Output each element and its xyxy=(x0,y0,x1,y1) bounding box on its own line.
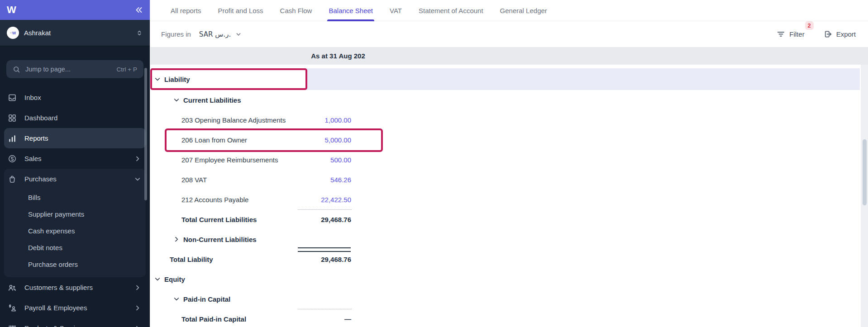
report-row-equity[interactable]: Equity xyxy=(150,269,868,289)
row-label: Equity xyxy=(164,275,185,283)
report-row-paid-in-capital[interactable]: Paid-in Capital xyxy=(150,289,868,309)
user-name: Ashrakat xyxy=(24,29,51,37)
row-amount: 29,468.76 xyxy=(283,256,351,263)
currency-select[interactable]: SAR ر.س. xyxy=(199,30,242,38)
report-row-212-accounts-payable[interactable]: 212 Accounts Payable22,422.50 xyxy=(150,190,868,209)
tab-vat[interactable]: VAT xyxy=(390,0,402,21)
row-amount[interactable]: 1,000.00 xyxy=(283,116,351,124)
row-amount[interactable]: 22,422.50 xyxy=(283,196,351,204)
report-row-total-liability: Total Liability29,468.76 xyxy=(150,249,868,269)
report-row-203-opening-balance-adjustments[interactable]: 203 Opening Balance Adjustments1,000.00 xyxy=(150,110,868,130)
chevron-right-icon xyxy=(133,155,143,162)
sidebar: W ≡W Ashrakat Jump to page... Ctrl + P I… xyxy=(0,0,150,327)
row-label: Total Current Liabilities xyxy=(181,216,257,223)
main-scrollbar-thumb[interactable] xyxy=(863,139,867,205)
sidebar-header: W xyxy=(0,0,150,20)
sidebar-item-products-services[interactable]: Products & Services xyxy=(4,318,146,327)
sales-icon xyxy=(7,154,17,163)
row-label: Total Paid-in Capital xyxy=(181,315,246,323)
sidebar-item-cash-expenses[interactable]: Cash expenses xyxy=(4,223,146,239)
filter-icon xyxy=(777,30,785,38)
sidebar-item-label: Reports xyxy=(24,134,48,142)
chevron-up-down-icon xyxy=(136,29,143,37)
report-row-total-paid-in-capital: Total Paid-in Capital— xyxy=(150,309,868,327)
search-icon xyxy=(13,66,20,73)
user-menu[interactable]: ≡W Ashrakat xyxy=(0,20,150,46)
wafeq-logo: W xyxy=(7,5,16,15)
tab-cash-flow[interactable]: Cash Flow xyxy=(280,0,312,21)
sidebar-nav: InboxDashboardReportsSalesPurchasesBills… xyxy=(0,87,150,327)
filter-label: Filter xyxy=(789,30,804,38)
report-row-207-employee-reimbursements[interactable]: 207 Employee Reimbursements500.00 xyxy=(150,150,868,170)
main-scrollbar-track[interactable] xyxy=(861,65,868,327)
currency-value: SAR ر.س. xyxy=(199,30,231,38)
dotted-rule xyxy=(298,309,352,309)
row-label: Total Liability xyxy=(170,256,213,263)
sidebar-item-debit-notes[interactable]: Debit notes xyxy=(4,239,146,256)
sidebar-item-customers-suppliers[interactable]: Customers & suppliers xyxy=(4,277,146,298)
report-rows: LiabilityCurrent Liabilities203 Opening … xyxy=(150,68,868,327)
chevron-down-icon xyxy=(173,295,180,303)
sidebar-item-sales[interactable]: Sales xyxy=(4,148,146,169)
tab-all-reports[interactable]: All reports xyxy=(171,0,201,21)
inbox-icon xyxy=(7,93,17,102)
tab-general-ledger[interactable]: General Ledger xyxy=(500,0,547,21)
row-amount[interactable]: 500.00 xyxy=(283,156,351,164)
export-icon xyxy=(824,30,832,38)
tab-balance-sheet[interactable]: Balance Sheet xyxy=(329,0,373,21)
sidebar-item-reports[interactable]: Reports xyxy=(4,128,146,148)
sidebar-item-bills[interactable]: Bills xyxy=(4,189,146,206)
row-label: 208 VAT xyxy=(181,176,207,184)
report-row-208-vat[interactable]: 208 VAT546.26 xyxy=(150,170,868,190)
sidebar-item-purchases[interactable]: Purchases xyxy=(4,169,146,189)
row-label: 207 Employee Reimbursements xyxy=(181,156,278,164)
row-amount: 29,468.76 xyxy=(283,216,351,223)
sidebar-item-payroll-employees[interactable]: Payroll & Employees xyxy=(4,298,146,318)
jump-to-page-search[interactable]: Jump to page... Ctrl + P xyxy=(6,60,143,78)
row-label: 212 Accounts Payable xyxy=(181,196,248,204)
sidebar-item-label: Sales xyxy=(24,155,42,162)
sidebar-item-supplier-payments[interactable]: Supplier payments xyxy=(4,206,146,223)
export-button[interactable]: Export xyxy=(824,30,856,38)
customers-icon xyxy=(7,283,17,292)
report-row-liability[interactable]: Liability xyxy=(150,68,860,90)
sidebar-group-purchases: PurchasesBillsSupplier paymentsCash expe… xyxy=(4,169,146,277)
figures-in-label: Figures in xyxy=(161,30,191,38)
double-rule xyxy=(298,247,351,252)
avatar: ≡W xyxy=(7,27,19,39)
chevron-right-icon xyxy=(173,236,180,243)
report-tabs: All reportsProfit and LossCash FlowBalan… xyxy=(150,0,868,21)
filter-button[interactable]: Filter 2 xyxy=(777,30,804,38)
sidebar-item-label: Products & Services xyxy=(24,324,86,327)
row-label: Current Liabilities xyxy=(183,96,241,104)
tab-statement-of-account[interactable]: Statement of Account xyxy=(419,0,483,21)
search-placeholder: Jump to page... xyxy=(25,66,71,73)
sidebar-item-label: Dashboard xyxy=(24,114,57,122)
sidebar-item-dashboard[interactable]: Dashboard xyxy=(4,108,146,128)
tab-profit-and-loss[interactable]: Profit and Loss xyxy=(218,0,263,21)
reports-icon xyxy=(7,134,17,143)
row-amount[interactable]: 5,000.00 xyxy=(283,136,351,144)
report-row-non-current-liabilities[interactable]: Non-Current Liabilities xyxy=(150,229,868,249)
sidebar-item-purchase-orders[interactable]: Purchase orders xyxy=(4,256,146,273)
dotted-rule xyxy=(298,209,352,210)
sidebar-item-inbox[interactable]: Inbox xyxy=(4,87,146,108)
chevron-down-icon xyxy=(173,96,180,104)
row-label: 206 Loan from Owner xyxy=(181,136,247,144)
balance-sheet-report: As at 31 Aug 202 LiabilityCurrent Liabil… xyxy=(150,47,868,327)
products-icon xyxy=(7,324,17,327)
sidebar-item-label: Inbox xyxy=(24,94,41,101)
report-row-206-loan-from-owner[interactable]: 206 Loan from Owner5,000.00 xyxy=(150,130,868,150)
chevron-down-icon xyxy=(154,275,161,283)
purchases-icon xyxy=(7,175,17,184)
export-label: Export xyxy=(836,30,856,38)
report-row-current-liabilities[interactable]: Current Liabilities xyxy=(150,90,868,110)
row-label: Non-Current Liabilities xyxy=(183,236,257,243)
report-column-header: As at 31 Aug 202 xyxy=(150,47,868,65)
collapse-sidebar-icon[interactable] xyxy=(134,5,143,14)
row-amount[interactable]: 546.26 xyxy=(283,176,351,184)
sidebar-item-label: Purchases xyxy=(24,175,57,183)
sidebar-scrollbar[interactable] xyxy=(144,68,147,200)
sidebar-item-label: Customers & suppliers xyxy=(24,284,93,291)
dashboard-icon xyxy=(7,114,17,123)
